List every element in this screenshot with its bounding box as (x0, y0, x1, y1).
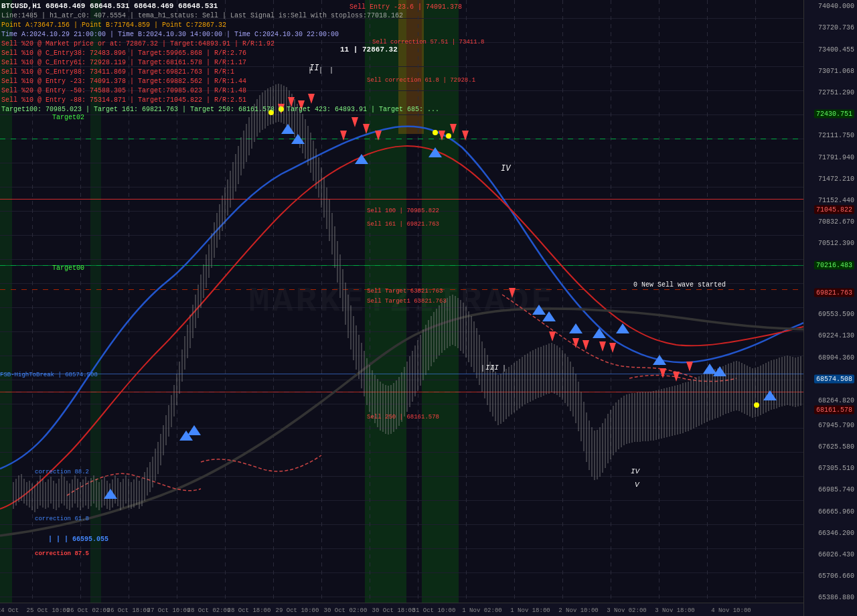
price-70216: 70216.483 (814, 260, 854, 269)
price-70832: 70832.670 (818, 218, 854, 226)
svg-marker-323 (593, 328, 606, 338)
svg-marker-306 (462, 131, 469, 141)
price-axis: 74040.000 73720.736 73400.455 73071.068 … (803, 0, 857, 616)
svg-marker-305 (450, 124, 457, 134)
svg-point-335 (446, 133, 451, 139)
svg-point-333 (279, 106, 284, 112)
svg-marker-311 (599, 341, 606, 352)
svg-marker-331 (187, 425, 201, 435)
time-label-13: 2 Nov 10:00 (558, 607, 598, 614)
price-68574: 68574.508 (814, 374, 854, 383)
price-73720: 73720.736 (818, 24, 854, 31)
price-70512: 70512.390 (818, 240, 854, 247)
price-66026: 66026.430 (818, 551, 854, 558)
price-67305: 67305.510 (818, 465, 854, 472)
price-71472: 71472.210 (818, 175, 854, 182)
price-66665: 66665.960 (818, 508, 854, 515)
time-label-1: 25 Oct 10:00 (27, 607, 70, 614)
price-66346: 66346.200 (818, 529, 854, 536)
price-74040: 74040.000 (818, 3, 854, 10)
time-label-6: 28 Oct 18:00 (228, 607, 271, 614)
time-axis: 24 Oct 25 Oct 10:00 26 Oct 02:00 26 Oct … (0, 603, 803, 616)
svg-point-332 (268, 110, 274, 115)
svg-marker-298 (298, 100, 305, 110)
svg-marker-325 (653, 355, 666, 365)
svg-point-334 (433, 130, 438, 135)
time-label-2: 26 Oct 02:00 (67, 607, 110, 614)
time-label-15: 3 Nov 18:00 (655, 607, 694, 614)
time-label-12: 1 Nov 18:00 (510, 607, 550, 614)
time-label-16: 4 Nov 10:00 (711, 607, 751, 614)
price-72430: 72430.751 (814, 110, 854, 119)
price-68904: 68904.360 (818, 354, 854, 361)
svg-marker-308 (549, 331, 556, 341)
chart-area: MARKETZITRADE (0, 0, 803, 603)
time-label-7: 29 Oct 10:00 (276, 607, 319, 614)
svg-marker-316 (281, 124, 295, 134)
svg-marker-297 (288, 97, 295, 107)
price-65706: 65706.660 (818, 572, 854, 580)
time-label-0: 24 Oct (0, 607, 19, 614)
time-label-14: 3 Nov 02:00 (607, 607, 646, 614)
svg-marker-302 (363, 124, 370, 134)
time-label-9: 30 Oct 18:00 (372, 607, 416, 614)
price-69553: 69553.590 (818, 311, 854, 318)
price-72111: 72111.750 (818, 132, 854, 139)
svg-marker-326 (703, 364, 716, 374)
price-68161: 68161.578 (814, 405, 854, 414)
svg-marker-301 (352, 117, 358, 127)
chart-container: MARKETZITRADE (0, 0, 857, 616)
time-label-8: 30 Oct 02:00 (324, 607, 368, 614)
svg-marker-307 (509, 288, 516, 298)
time-label-10: 31 Oct 10:00 (412, 607, 456, 614)
svg-marker-312 (609, 343, 616, 353)
price-71152: 71152.440 (818, 197, 854, 204)
price-73400: 73400.455 (818, 46, 854, 53)
time-label-3: 26 Oct 18:00 (107, 607, 151, 614)
price-65386: 65386.880 (818, 594, 854, 601)
price-72751: 72751.290 (818, 89, 854, 96)
time-label-11: 1 Nov 02:00 (462, 607, 501, 614)
price-66985: 66985.740 (818, 486, 854, 493)
svg-marker-303 (375, 131, 382, 141)
chart-svg (0, 0, 803, 603)
svg-marker-322 (569, 323, 582, 333)
time-label-5: 28 Oct 02:00 (187, 607, 231, 614)
price-69821: 69821.763 (814, 289, 854, 297)
price-67625: 67625.580 (818, 443, 854, 451)
svg-marker-328 (763, 390, 777, 400)
svg-marker-313 (659, 368, 666, 378)
svg-marker-300 (340, 131, 347, 141)
price-71791: 71791.940 (818, 153, 854, 161)
svg-marker-299 (308, 94, 315, 104)
time-label-4: 27 Oct 10:00 (147, 607, 191, 614)
price-71045: 71045.822 (814, 205, 854, 214)
price-67945: 67945.790 (818, 421, 854, 429)
svg-marker-310 (582, 340, 589, 350)
svg-marker-315 (686, 362, 693, 372)
svg-point-336 (754, 402, 759, 408)
price-73071: 73071.068 (818, 67, 854, 74)
svg-marker-309 (572, 338, 579, 348)
price-68264: 68264.820 (818, 397, 854, 404)
price-69224: 69224.130 (818, 332, 854, 339)
